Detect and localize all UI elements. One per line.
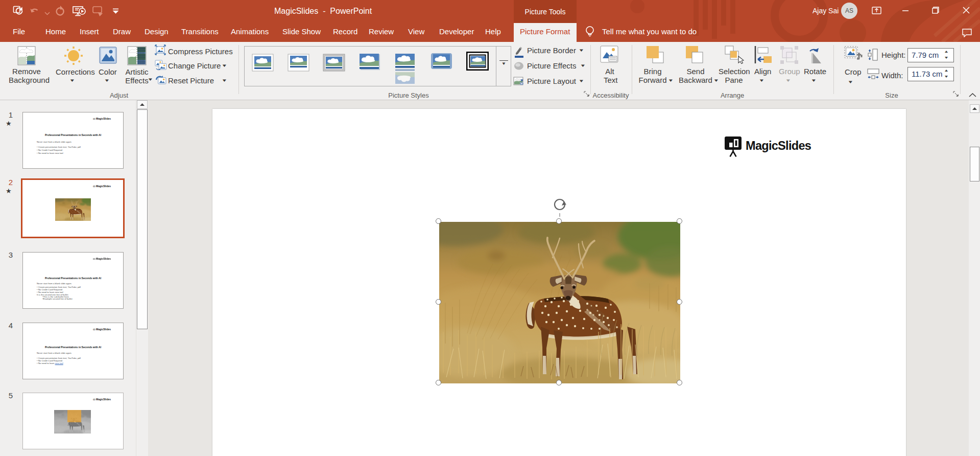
svg-text:MagicSlides: MagicSlides bbox=[746, 139, 811, 152]
